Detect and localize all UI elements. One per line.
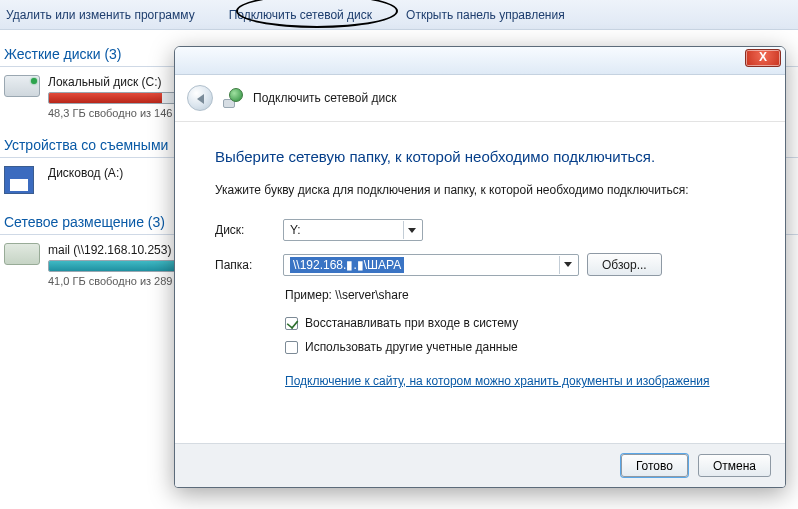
checkbox-other-creds-label: Использовать другие учетные данные — [305, 340, 518, 354]
drive-letter-value: Y: — [290, 223, 301, 237]
drive-label: Дисковод (A:) — [48, 166, 123, 180]
dialog-header: Подключить сетевой диск — [175, 75, 785, 122]
map-drive-dialog: X Подключить сетевой диск Выберите сетев… — [174, 46, 786, 488]
checkbox-other-creds-row[interactable]: Использовать другие учетные данные — [285, 340, 755, 354]
folder-path-combo[interactable]: \\192.168.▮.▮\ШАРА — [283, 254, 579, 276]
browse-button[interactable]: Обзор... — [587, 253, 662, 276]
back-button[interactable] — [187, 85, 213, 111]
checkbox-reconnect-label: Восстанавливать при входе в систему — [305, 316, 518, 330]
explorer-toolbar: Удалить или изменить программу Подключит… — [0, 0, 798, 30]
toolbar-map-drive[interactable]: Подключить сетевой диск — [229, 8, 372, 22]
row-drive: Диск: Y: — [215, 219, 755, 241]
checkbox-reconnect-row[interactable]: Восстанавливать при входе в систему — [285, 316, 755, 330]
dialog-title: Подключить сетевой диск — [253, 91, 396, 105]
hdd-icon — [4, 75, 40, 103]
drive-letter-select[interactable]: Y: — [283, 219, 423, 241]
connect-to-site-link[interactable]: Подключение к сайту, на котором можно хр… — [285, 374, 710, 388]
cancel-button[interactable]: Отмена — [698, 454, 771, 477]
network-drive-icon — [4, 243, 40, 271]
folder-label: Папка: — [215, 258, 275, 272]
checkbox-reconnect[interactable] — [285, 317, 298, 330]
dialog-instruction: Укажите букву диска для подключения и па… — [215, 183, 755, 197]
floppy-icon — [4, 166, 40, 194]
folder-example: Пример: \\server\share — [285, 288, 755, 302]
dialog-footer: Готово Отмена — [175, 443, 785, 487]
dialog-titlebar: X — [175, 47, 785, 75]
close-button[interactable]: X — [745, 49, 781, 67]
done-button[interactable]: Готово — [621, 454, 688, 477]
checkbox-other-creds[interactable] — [285, 341, 298, 354]
dialog-heading: Выберите сетевую папку, к которой необхо… — [215, 148, 755, 165]
row-folder: Папка: \\192.168.▮.▮\ШАРА Обзор... — [215, 253, 755, 276]
folder-path-value: \\192.168.▮.▮\ШАРА — [290, 257, 404, 273]
network-drive-wizard-icon — [223, 88, 243, 108]
toolbar-uninstall[interactable]: Удалить или изменить программу — [6, 8, 195, 22]
chevron-down-icon — [403, 221, 420, 239]
drive-letter-label: Диск: — [215, 223, 275, 237]
chevron-down-icon — [559, 256, 576, 274]
dialog-body: Выберите сетевую папку, к которой необхо… — [175, 122, 785, 388]
toolbar-control-panel[interactable]: Открыть панель управления — [406, 8, 565, 22]
